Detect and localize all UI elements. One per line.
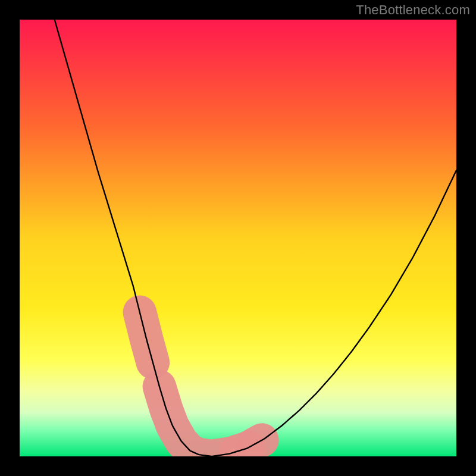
gradient-background <box>20 20 456 456</box>
chart-svg <box>20 20 456 456</box>
watermark-text: TheBottleneck.com <box>356 2 470 18</box>
chart-frame: TheBottleneck.com <box>0 0 476 476</box>
plot-area <box>20 20 456 456</box>
